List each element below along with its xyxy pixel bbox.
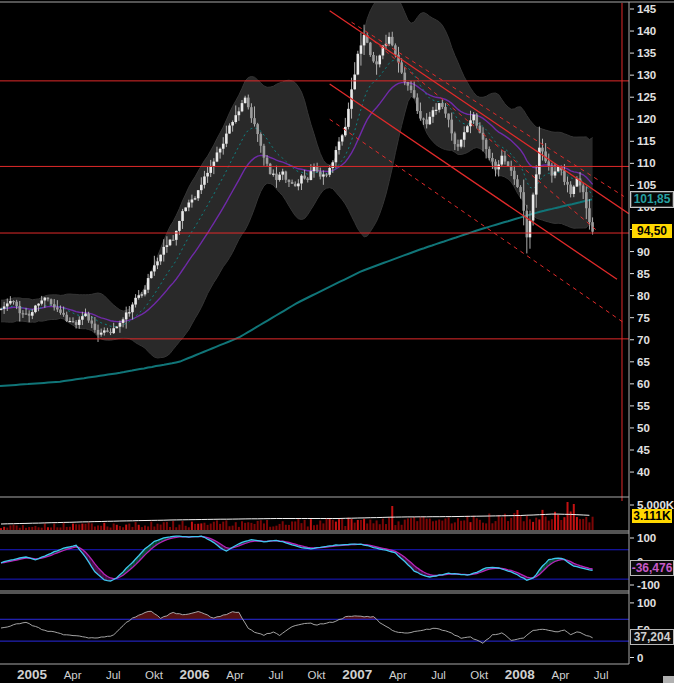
svg-text:50: 50 [637,422,650,434]
svg-text:2006: 2006 [180,667,211,682]
svg-text:0: 0 [637,652,643,664]
svg-text:Okt: Okt [308,669,327,681]
rsi-badge: 37,204 [630,629,674,645]
svg-text:Okt: Okt [145,669,164,681]
svg-text:145: 145 [637,3,657,15]
svg-text:55: 55 [637,400,650,412]
svg-text:100: 100 [637,532,656,544]
svg-text:115: 115 [637,135,656,147]
svg-text:Jul: Jul [594,669,609,681]
svg-text:85: 85 [637,268,650,280]
svg-text:Jul: Jul [106,669,121,681]
svg-text:90: 90 [637,246,650,258]
svg-text:120: 120 [637,113,656,125]
svg-text:135: 135 [637,47,657,59]
svg-text:Apr: Apr [64,669,82,681]
last-price-badge: 94,50 [632,224,672,238]
svg-text:45: 45 [637,444,650,456]
svg-text:100: 100 [637,597,656,609]
svg-text:Apr: Apr [551,669,569,681]
ma-value-badge: 101,85 [630,191,674,208]
svg-text:Jul: Jul [431,669,446,681]
svg-text:Apr: Apr [389,669,407,681]
chart-canvas[interactable]: 1451401351301251201151101051009590858075… [0,0,674,683]
svg-text:Jul: Jul [269,669,284,681]
svg-text:125: 125 [637,91,657,103]
svg-text:65: 65 [637,356,650,368]
chart-window: 1451401351301251201151101051009590858075… [0,0,674,683]
svg-text:2008: 2008 [505,667,536,682]
svg-text:70: 70 [637,334,650,346]
svg-text:80: 80 [637,290,650,302]
volume-badge: 3.111K [632,509,672,523]
svg-text:-100: -100 [637,579,660,591]
resize-grip[interactable] [663,676,674,683]
svg-text:40: 40 [637,466,650,478]
time-axis: 2005AprJulOkt2006AprJulOkt2007AprJulOkt2… [17,667,608,682]
svg-text:140: 140 [637,25,656,37]
svg-text:Apr: Apr [226,669,244,681]
svg-text:2005: 2005 [17,667,48,682]
svg-text:75: 75 [637,312,650,324]
svg-text:130: 130 [637,69,656,81]
svg-text:2007: 2007 [342,667,372,682]
svg-text:60: 60 [637,378,650,390]
svg-text:Okt: Okt [470,669,489,681]
oscillator-badge: -36,476 [630,560,674,576]
svg-text:110: 110 [637,157,656,169]
svg-text:105: 105 [637,179,657,191]
